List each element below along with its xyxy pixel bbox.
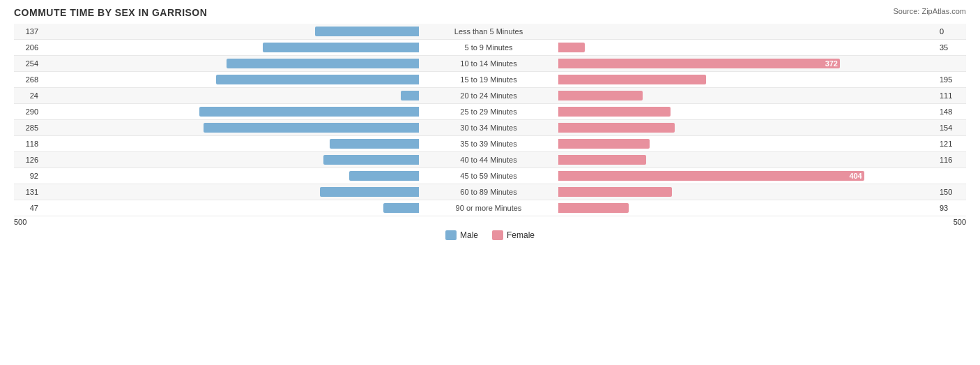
male-bar <box>216 75 419 84</box>
row-label: 20 to 24 Minutes <box>419 88 558 103</box>
table-row: 26815 to 19 Minutes195 <box>14 72 966 88</box>
female-bar-section <box>558 40 937 55</box>
male-bar <box>227 59 419 68</box>
legend-female-box <box>492 230 503 240</box>
chart-title: COMMUTE TIME BY SEX IN GARRISON <box>14 7 966 18</box>
male-bar <box>383 203 419 213</box>
male-value: 131 <box>14 184 40 200</box>
female-value: 372 <box>825 59 838 68</box>
female-bar <box>558 43 585 52</box>
female-value: 0 <box>937 24 966 39</box>
female-bar-section: 372 <box>558 56 937 71</box>
table-row: 25410 to 14 Minutes372 <box>14 56 966 72</box>
female-bar <box>558 187 672 197</box>
male-value: 137 <box>14 24 40 39</box>
row-label: 15 to 19 Minutes <box>419 72 558 87</box>
row-label: 10 to 14 Minutes <box>419 56 558 71</box>
female-bar <box>558 75 706 84</box>
male-bar <box>199 107 419 117</box>
male-bar-section <box>40 120 419 135</box>
female-bar <box>558 91 643 100</box>
female-bar: 404 <box>558 171 864 181</box>
male-value: 285 <box>14 120 40 135</box>
row-label: 35 to 39 Minutes <box>419 136 558 151</box>
legend-male-box <box>445 230 457 240</box>
table-row: 29025 to 29 Minutes148 <box>14 104 966 120</box>
female-bar <box>558 123 675 133</box>
male-value: 118 <box>14 136 40 151</box>
female-value: 150 <box>937 184 966 200</box>
female-value: 111 <box>937 88 966 103</box>
male-value: 47 <box>14 200 40 216</box>
female-bar-section <box>558 72 937 87</box>
male-bar-section <box>40 56 419 71</box>
table-row: 11835 to 39 Minutes121 <box>14 136 966 152</box>
female-bar-section <box>558 88 937 103</box>
table-row: 137Less than 5 Minutes0 <box>14 24 966 40</box>
female-value: 116 <box>937 152 966 167</box>
male-value: 24 <box>14 88 40 103</box>
row-label: Less than 5 Minutes <box>419 24 558 39</box>
male-bar <box>320 187 419 197</box>
male-bar <box>401 91 419 100</box>
female-bar-section <box>558 152 937 167</box>
male-value: 290 <box>14 104 40 119</box>
male-bar <box>323 155 419 165</box>
male-bar-section <box>40 72 419 87</box>
table-row: 2420 to 24 Minutes111 <box>14 88 966 104</box>
female-bar-section <box>558 120 937 135</box>
table-row: 4790 or more Minutes93 <box>14 200 966 216</box>
table-row: 28530 to 34 Minutes154 <box>14 120 966 136</box>
male-value: 92 <box>14 168 40 184</box>
female-bar <box>558 139 650 149</box>
row-label: 40 to 44 Minutes <box>419 152 558 167</box>
male-bar-section <box>40 40 419 55</box>
male-bar <box>349 171 419 181</box>
male-value: 254 <box>14 56 40 71</box>
female-bar: 372 <box>558 59 840 68</box>
chart-inner: 137Less than 5 Minutes02065 to 9 Minutes… <box>14 24 966 216</box>
source-text: Source: ZipAtlas.com <box>893 7 966 15</box>
row-label: 5 to 9 Minutes <box>419 40 558 55</box>
male-bar-section <box>40 136 419 151</box>
chart-container: COMMUTE TIME BY SEX IN GARRISON Source: … <box>0 0 980 365</box>
axis-labels: 500 500 <box>14 218 966 226</box>
row-label: 90 or more Minutes <box>419 200 558 216</box>
female-value: 404 <box>849 172 862 180</box>
table-row: 12640 to 44 Minutes116 <box>14 152 966 168</box>
female-value: 35 <box>937 40 966 55</box>
row-label: 60 to 89 Minutes <box>419 184 558 200</box>
male-value: 126 <box>14 152 40 167</box>
male-value: 268 <box>14 72 40 87</box>
legend-male: Male <box>445 230 478 240</box>
female-bar-section <box>558 24 937 39</box>
row-label: 30 to 34 Minutes <box>419 120 558 135</box>
female-bar-section <box>558 200 937 216</box>
male-bar <box>204 123 420 133</box>
axis-right: 500 <box>954 218 966 226</box>
male-bar-section <box>40 24 419 39</box>
female-bar <box>558 107 671 117</box>
male-bar-section <box>40 88 419 103</box>
female-value: 154 <box>937 120 966 135</box>
male-bar-section <box>40 152 419 167</box>
table-row: 9245 to 59 Minutes404 <box>14 168 966 184</box>
row-label: 45 to 59 Minutes <box>419 168 558 184</box>
female-bar <box>558 203 629 213</box>
female-value: 121 <box>937 136 966 151</box>
female-bar-section <box>558 184 937 200</box>
female-value: 93 <box>937 200 966 216</box>
male-bar <box>330 139 419 149</box>
female-value: 195 <box>937 72 966 87</box>
female-bar <box>558 155 646 165</box>
male-value: 206 <box>14 40 40 55</box>
male-bar-section <box>40 168 419 184</box>
legend-male-label: Male <box>460 230 478 240</box>
female-bar-section: 404 <box>558 168 937 184</box>
male-bar <box>263 43 419 52</box>
female-bar-section <box>558 104 937 119</box>
female-bar-section <box>558 136 937 151</box>
male-bar <box>315 27 419 36</box>
male-bar-section <box>40 184 419 200</box>
row-label: 25 to 29 Minutes <box>419 104 558 119</box>
